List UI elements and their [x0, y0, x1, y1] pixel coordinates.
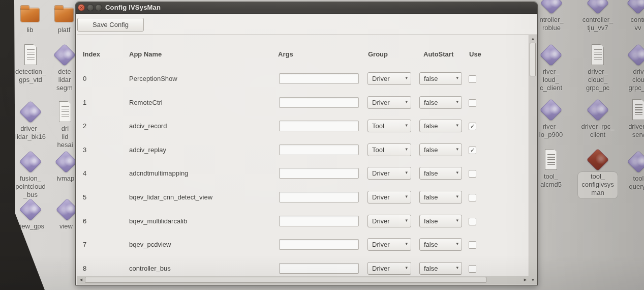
args-input[interactable] — [279, 239, 359, 250]
header-app-name: App Name — [129, 50, 162, 58]
table-row: 6bqev_multilidarcalibDriver▾false▾ — [77, 210, 529, 233]
autostart-dropdown[interactable]: false▾ — [419, 143, 462, 156]
desktop-icon-view[interactable]: view — [56, 198, 76, 230]
autostart-value: false — [424, 241, 438, 248]
use-checkbox[interactable] — [469, 218, 476, 225]
autostart-dropdown[interactable]: false▾ — [419, 120, 462, 132]
desktop-icon-driver-lidar-bk16[interactable]: driver_ lidar_bk16 — [11, 101, 50, 141]
desktop-icon-tool-configivsysman[interactable]: tool_ configivsys man — [576, 149, 619, 198]
desktop-icon-tool-queryr[interactable]: tool queryr — [622, 151, 644, 191]
desktop-icon-platf[interactable]: platf — [50, 2, 78, 34]
use-checkbox[interactable]: ✓ — [469, 147, 476, 154]
document-icon — [627, 99, 644, 121]
desktop-icon-driver-cloud-grpc-s[interactable]: driv clou grpc_s — [622, 44, 644, 92]
group-dropdown[interactable]: Driver▾ — [367, 215, 411, 227]
icon-label: river_ loud_ c_client — [533, 68, 569, 92]
document-icon — [540, 149, 562, 171]
autostart-value: false — [424, 169, 438, 177]
horizontal-scrollbar[interactable]: ◀ ▶ — [77, 276, 529, 284]
autostart-dropdown[interactable]: false▾ — [419, 191, 462, 204]
args-input[interactable] — [279, 216, 359, 226]
chevron-down-icon: ▾ — [405, 147, 408, 152]
desktop-icon-driver-io-p900[interactable]: river_ io_p900 — [533, 99, 569, 139]
chevron-down-icon: ▾ — [405, 241, 408, 246]
autostart-dropdown[interactable]: false▾ — [419, 262, 462, 275]
group-dropdown[interactable]: Driver▾ — [367, 262, 411, 275]
group-dropdown[interactable]: Driver▾ — [367, 191, 411, 204]
desktop-icon-driver-cloud-grpc-pc[interactable]: driver_ cloud_ grpc_pc — [580, 44, 615, 92]
header-autostart: AutoStart — [423, 50, 453, 58]
use-checkbox[interactable] — [469, 241, 476, 249]
row-index: 8 — [83, 265, 86, 272]
horizontal-scroll-thumb[interactable] — [85, 277, 486, 283]
table-row: 5bqev_lidar_cnn_detect_viewDriver▾false▾ — [77, 186, 529, 209]
chevron-down-icon: ▾ — [405, 170, 408, 175]
group-dropdown[interactable]: Tool▾ — [367, 143, 411, 156]
scroll-left-icon[interactable]: ◀ — [77, 276, 85, 283]
diamond-icon — [540, 0, 563, 14]
autostart-dropdown[interactable]: false▾ — [419, 96, 462, 109]
table-row: 0PerceptionShowDriver▾false▾ — [77, 67, 529, 91]
desktop-icon-dete-lidar-segm[interactable]: dete lidar segm — [53, 44, 76, 92]
desktop-icon-fusion-pointcloud-bus[interactable]: fusion_ pointcloud _bus — [13, 151, 48, 199]
group-value: Driver — [372, 75, 390, 82]
args-input[interactable] — [279, 144, 359, 155]
group-dropdown[interactable]: Driver▾ — [367, 167, 411, 180]
autostart-value: false — [424, 122, 438, 130]
desktop-icon-dri-lid-hesai[interactable]: dri lid hesai — [54, 101, 76, 149]
titlebar[interactable]: ✕ Config IVSysMan — [76, 2, 537, 14]
use-checkbox[interactable] — [469, 75, 476, 83]
use-checkbox[interactable] — [469, 170, 476, 178]
use-checkbox[interactable] — [469, 265, 476, 273]
use-checkbox[interactable]: ✓ — [469, 123, 476, 130]
group-dropdown[interactable]: Driver▾ — [367, 72, 411, 85]
icon-label: driv clou grpc_s — [622, 68, 644, 92]
desktop-icon-detection-gps-vtd[interactable]: detection_ gps_vtd — [12, 44, 49, 84]
autostart-value: false — [424, 99, 438, 106]
scroll-right-icon[interactable]: ▶ — [522, 276, 529, 283]
vertical-scroll-thumb[interactable] — [530, 43, 536, 76]
args-input[interactable] — [279, 97, 359, 108]
args-input[interactable] — [279, 192, 359, 202]
chevron-down-icon: ▾ — [456, 147, 458, 152]
args-input[interactable] — [279, 121, 359, 131]
scroll-down-icon[interactable]: ▼ — [529, 277, 537, 284]
icon-label: fusion_ pointcloud _bus — [13, 175, 48, 199]
group-dropdown[interactable]: Driver▾ — [367, 96, 411, 109]
args-input[interactable] — [279, 168, 359, 179]
group-dropdown[interactable]: Tool▾ — [367, 120, 411, 132]
desktop-icon-lib[interactable]: lib — [14, 2, 46, 34]
desktop-icon-view-gps[interactable]: view_gps — [13, 198, 48, 230]
use-checkbox[interactable] — [469, 99, 476, 107]
desktop-icon-controller-tju-vv7[interactable]: controller_ tju_vv7 — [579, 0, 616, 32]
use-checkbox[interactable] — [469, 194, 476, 201]
maximize-button[interactable] — [95, 4, 102, 11]
minimize-button[interactable] — [87, 4, 94, 11]
save-config-button[interactable]: Save Config — [77, 18, 144, 32]
row-app-name: controller_bus — [129, 265, 171, 272]
group-dropdown[interactable]: Driver▾ — [367, 238, 411, 251]
desktop-icon-tool-alcmd5[interactable]: tool_ alcmd5 — [533, 149, 569, 189]
desktop-icon-driver-rpc-client[interactable]: driver_rpc_ client — [577, 99, 618, 139]
desktop-icon-driver-serv[interactable]: driver_ serv — [622, 99, 644, 139]
document-icon — [19, 44, 42, 66]
args-input[interactable] — [279, 73, 359, 84]
desktop-icon-driver-cloud-client[interactable]: river_ loud_ c_client — [533, 44, 569, 92]
group-value: Driver — [372, 217, 390, 225]
autostart-dropdown[interactable]: false▾ — [419, 238, 462, 251]
document-icon — [587, 44, 609, 66]
args-input[interactable] — [279, 263, 359, 274]
icon-label: driver_rpc_ client — [577, 123, 618, 139]
desktop-icon-controller-roblue[interactable]: ntroller_ roblue — [534, 0, 569, 32]
vertical-scrollbar[interactable]: ▲ ▼ — [529, 35, 537, 284]
desktop-icon-contr-vv[interactable]: contr vv — [621, 0, 644, 32]
autostart-dropdown[interactable]: false▾ — [419, 215, 462, 227]
close-button[interactable]: ✕ — [78, 4, 85, 11]
chevron-down-icon: ▾ — [405, 218, 408, 223]
chevron-down-icon: ▾ — [456, 99, 458, 104]
icon-label: dri lid hesai — [54, 125, 76, 149]
autostart-dropdown[interactable]: false▾ — [419, 72, 462, 85]
autostart-dropdown[interactable]: false▾ — [419, 167, 462, 180]
scroll-up-icon[interactable]: ▲ — [529, 35, 537, 42]
desktop-icon-ivmap[interactable]: ivmap — [55, 151, 76, 183]
